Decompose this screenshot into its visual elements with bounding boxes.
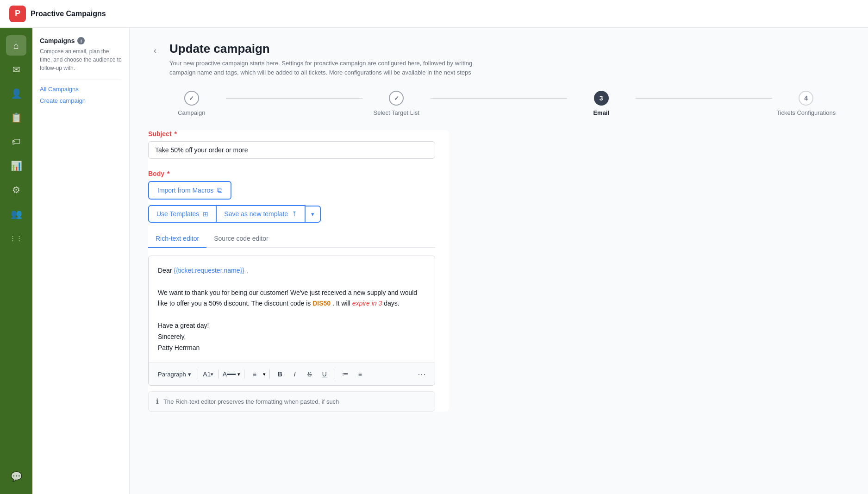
great-day-text: Have a great day!: [158, 320, 425, 331]
italic-button[interactable]: I: [288, 368, 301, 381]
info-icon[interactable]: i: [77, 37, 85, 44]
font-chevron-icon: ▾: [211, 371, 213, 377]
secondary-sidebar: Campaigns i Compose an email, plan the t…: [32, 28, 130, 494]
step-line-1: [226, 98, 362, 99]
font-color-button[interactable]: A: [223, 368, 236, 381]
toolbar-separator-4: [269, 369, 270, 379]
stepper: ✓ Campaign ✓ Select Target List 3 Email …: [148, 91, 849, 116]
info-circle-icon: ℹ: [156, 397, 159, 406]
body-text-3: days.: [384, 300, 399, 307]
sidebar: ⌂ ✉ 👤 📋 🏷 📊 ⚙ 👥 ⋮⋮ 💬: [0, 28, 32, 494]
step-line-2: [431, 98, 567, 99]
more-options-button[interactable]: ⋯: [415, 368, 428, 381]
body-field-group: Body * Import from Macros ⧉ Use Template…: [148, 170, 449, 412]
sidebar-description: Compose an email, plan the time, and cho…: [40, 47, 122, 72]
copy-icon: ⧉: [217, 186, 222, 194]
step-1-label: Campaign: [178, 109, 205, 116]
underline-button[interactable]: U: [318, 368, 331, 381]
logo-icon: P: [9, 6, 26, 22]
badge-icon[interactable]: 🏷: [6, 131, 26, 152]
import-macros-button[interactable]: Import from Macros ⧉: [148, 181, 231, 200]
step-3-label: Email: [593, 109, 609, 116]
unordered-list-button[interactable]: ≔: [339, 368, 352, 381]
step-target-list: ✓ Select Target List: [362, 91, 431, 116]
tab-rich-text[interactable]: Rich-text editor: [148, 230, 206, 248]
all-campaigns-link[interactable]: All Campaigns: [40, 86, 122, 93]
app-title: Proactive Campaigns: [31, 10, 106, 18]
grid-template-icon: ⊞: [203, 210, 208, 218]
toolbar-separator-2: [219, 369, 219, 379]
info-text: The Rich-text editor preserves the forma…: [163, 398, 339, 405]
editor-content[interactable]: Dear {{ticket.requester.name}} , We want…: [149, 256, 435, 363]
sincerely-text: Sincerely,: [158, 331, 425, 343]
step-email: 3 Email: [567, 91, 636, 116]
step-4-circle: 4: [799, 91, 813, 106]
page-title: Update campaign: [169, 42, 493, 56]
header-text: Update campaign Your new proactive campa…: [169, 42, 493, 77]
editor-area: Dear {{ticket.requester.name}} , We want…: [148, 256, 435, 386]
requester-name-tag: {{ticket.requester.name}}: [174, 267, 244, 274]
step-campaign: ✓ Campaign: [157, 91, 226, 116]
strikethrough-button[interactable]: S: [303, 368, 316, 381]
toolbar-separator-5: [335, 369, 335, 379]
chat-icon[interactable]: 💬: [6, 466, 26, 487]
top-bar: P Proactive Campaigns: [0, 0, 868, 28]
step-3-circle: 3: [594, 91, 609, 106]
chevron-down-icon: ▾: [311, 211, 314, 218]
step-2-label: Select Target List: [374, 109, 419, 116]
align-chevron[interactable]: ▾: [263, 371, 266, 377]
body-text-2: . It will: [332, 300, 352, 307]
font-color-chevron[interactable]: ▾: [237, 371, 240, 377]
use-templates-label: Use Templates: [156, 210, 199, 218]
people-icon[interactable]: 👤: [6, 83, 26, 104]
page-description: Your new proactive campaign starts here.…: [169, 59, 493, 77]
step-4-label: Tickets Configurations: [776, 109, 836, 116]
dear-text: Dear: [158, 267, 174, 274]
chart-icon[interactable]: 📊: [6, 156, 26, 176]
editor-tabs: Rich-text editor Source code editor: [148, 230, 435, 248]
back-button[interactable]: ‹: [148, 44, 162, 57]
paragraph-select[interactable]: Paragraph ▾: [155, 369, 194, 380]
tab-source-code[interactable]: Source code editor: [206, 230, 276, 248]
subject-field-group: Subject *: [148, 130, 449, 159]
align-button[interactable]: ≡: [248, 368, 261, 381]
step-1-circle: ✓: [184, 91, 199, 106]
step-tickets-config: 4 Tickets Configurations: [772, 91, 841, 116]
font-size-button[interactable]: A1 ▾: [202, 368, 215, 381]
section-title: Campaigns i: [40, 37, 122, 44]
ordered-list-button[interactable]: ≡: [354, 368, 367, 381]
bold-button[interactable]: B: [274, 368, 287, 381]
template-dropdown-button[interactable]: ▾: [306, 206, 321, 223]
save-template-label: Save as new template: [224, 210, 288, 218]
app-logo: P Proactive Campaigns: [9, 6, 106, 22]
expire-text: expire in 3: [352, 300, 382, 307]
subject-label: Subject *: [148, 130, 449, 138]
import-label: Import from Macros: [157, 187, 213, 194]
toolbar-separator-1: [198, 369, 198, 379]
create-campaign-link[interactable]: Create campaign: [40, 97, 122, 104]
page-header: ‹ Update campaign Your new proactive cam…: [148, 42, 849, 77]
main-content: ‹ Update campaign Your new proactive cam…: [130, 28, 868, 494]
info-bar: ℹ The Rich-text editor preserves the for…: [148, 391, 435, 412]
templates-row: Use Templates ⊞ Save as new template ⤒ ▾: [148, 205, 449, 223]
editor-toolbar: Paragraph ▾ A1 ▾ A ▾ ≡ ▾ B: [149, 363, 435, 385]
home-icon[interactable]: ⌂: [6, 35, 26, 56]
grid-icon[interactable]: ⋮⋮: [6, 228, 26, 248]
form-section: Subject * Body * Import from Macros ⧉: [148, 130, 449, 412]
upload-icon: ⤒: [292, 210, 297, 218]
import-row: Import from Macros ⧉: [148, 181, 449, 200]
discount-code: DIS50: [312, 300, 331, 307]
subject-input[interactable]: [148, 141, 435, 159]
settings-icon[interactable]: ⚙: [6, 180, 26, 200]
email-icon[interactable]: ✉: [6, 59, 26, 80]
step-2-circle: ✓: [389, 91, 404, 106]
name-text: Patty Herrman: [158, 343, 425, 354]
users-icon[interactable]: 👥: [6, 204, 26, 224]
dear-suffix: ,: [246, 267, 248, 274]
reports-icon[interactable]: 📋: [6, 107, 26, 128]
use-templates-button[interactable]: Use Templates ⊞: [148, 205, 217, 223]
toolbar-separator-3: [244, 369, 244, 379]
save-template-button[interactable]: Save as new template ⤒: [217, 205, 306, 223]
body-label: Body *: [148, 170, 449, 177]
step-line-3: [636, 98, 772, 99]
